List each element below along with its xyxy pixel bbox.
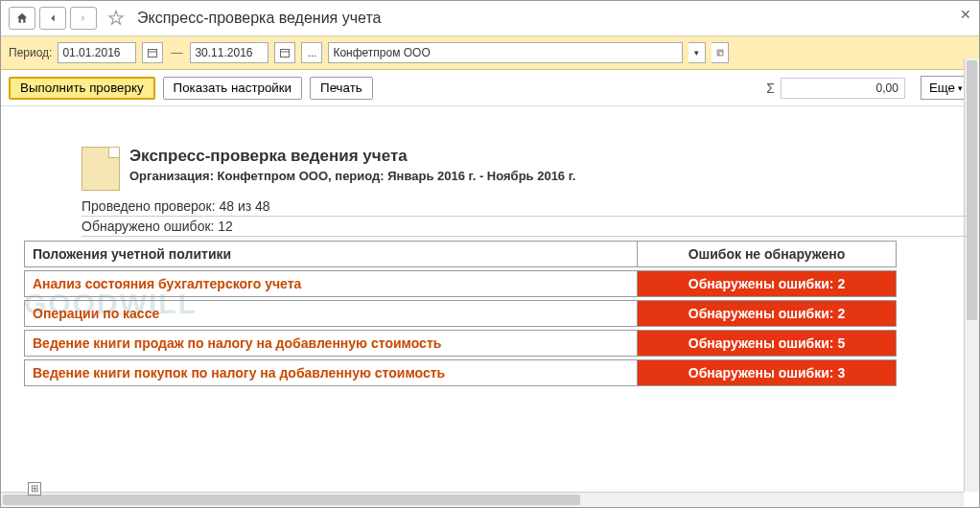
date-dash: — <box>169 46 184 59</box>
col-status: Ошибок не обнаружено <box>638 242 897 267</box>
toolbar: Выполнить проверку Показать настройки Пе… <box>1 70 979 106</box>
more-label: Еще <box>929 81 955 95</box>
expand-column: ⊞ ⊞ ⊞ ⊞ ⊞ ⊞ <box>28 482 975 507</box>
row-category: Ведение книги покупок по налогу на добав… <box>25 360 638 386</box>
run-check-button[interactable]: Выполнить проверку <box>9 77 155 100</box>
organization-dropdown-button[interactable]: ▾ <box>688 42 706 63</box>
home-button[interactable] <box>9 7 35 30</box>
svg-rect-0 <box>149 50 157 58</box>
table-row[interactable]: Ведение книги покупок по налогу на добав… <box>25 360 897 386</box>
period-label: Период: <box>9 46 52 59</box>
report-stats: Проведено проверок: 48 из 48 Обнаружено … <box>24 196 971 237</box>
period-select-button[interactable]: ... <box>301 42 322 63</box>
row-status: Обнаружены ошибки: 5 <box>638 331 897 357</box>
date-from-value: 01.01.2016 <box>62 46 120 59</box>
row-category: Анализ состояния бухгалтерского учета <box>25 271 638 297</box>
back-button[interactable] <box>39 7 66 30</box>
sum-box: Σ 0,00 <box>766 78 905 99</box>
sigma-icon: Σ <box>766 81 775 96</box>
report-content: GOODWILL Экспресс-проверка ведения учета… <box>1 106 979 507</box>
date-from-picker-button[interactable] <box>142 42 163 63</box>
calendar-icon <box>279 47 291 58</box>
errors-count-line: Обнаружено ошибок: 12 <box>82 217 971 237</box>
date-to-picker-button[interactable] <box>274 42 295 63</box>
sum-value: 0,00 <box>876 81 898 95</box>
report-header: Экспресс-проверка ведения учета Организа… <box>24 147 971 191</box>
table-row[interactable]: Анализ состояния бухгалтерского учета Об… <box>25 271 897 297</box>
row-category: Ведение книги продаж по налогу на добавл… <box>25 331 638 357</box>
run-check-label: Выполнить проверку <box>20 81 144 95</box>
report-subtitle: Организация: Конфетпром ООО, период: Янв… <box>129 169 575 183</box>
window-title: Экспресс-проверка ведения учета <box>137 10 381 27</box>
forward-button[interactable] <box>70 7 97 30</box>
vertical-scrollbar[interactable] <box>964 58 979 492</box>
table-header-row: Положения учетной политики Ошибок не обн… <box>25 242 897 267</box>
svg-rect-2 <box>281 50 290 58</box>
row-category: Операции по кассе <box>25 301 638 327</box>
print-button[interactable]: Печать <box>310 77 373 100</box>
report-title: Экспресс-проверка ведения учета <box>129 147 575 166</box>
close-button[interactable]: ✕ <box>960 7 971 22</box>
report-icon <box>82 147 120 191</box>
open-icon <box>715 48 725 58</box>
col-category: Положения учетной политики <box>25 242 638 267</box>
row-status: Обнаружены ошибки: 2 <box>638 271 897 297</box>
chevron-down-icon: ▾ <box>958 83 963 93</box>
row-status: Обнаружены ошибки: 2 <box>638 301 897 327</box>
calendar-icon <box>147 47 158 58</box>
show-settings-label: Показать настройки <box>174 81 292 95</box>
home-icon <box>15 12 29 25</box>
checks-count-line: Проведено проверок: 48 из 48 <box>82 196 971 217</box>
expand-button[interactable]: ⊞ <box>28 482 41 496</box>
date-from-field[interactable]: 01.01.2016 <box>58 42 136 63</box>
show-settings-button[interactable]: Показать настройки <box>163 77 302 100</box>
star-icon <box>107 10 125 27</box>
arrow-right-icon <box>77 12 90 25</box>
date-to-field[interactable]: 30.11.2016 <box>190 42 268 63</box>
date-to-value: 30.11.2016 <box>195 46 252 59</box>
favorite-button[interactable] <box>105 7 128 30</box>
organization-field[interactable]: Конфетпром ООО <box>328 42 683 63</box>
organization-value: Конфетпром ООО <box>333 46 430 59</box>
print-label: Печать <box>320 81 362 95</box>
parameter-bar: Период: 01.01.2016 — 30.11.2016 ... Конф… <box>1 36 979 70</box>
ellipsis-label: ... <box>308 47 316 58</box>
table-row[interactable]: Ведение книги продаж по налогу на добавл… <box>25 331 897 357</box>
arrow-left-icon <box>46 12 59 25</box>
sum-field[interactable]: 0,00 <box>781 78 905 99</box>
organization-open-button[interactable] <box>712 42 729 63</box>
row-status: Обнаружены ошибки: 3 <box>638 360 897 386</box>
titlebar: Экспресс-проверка ведения учета ✕ <box>1 1 979 36</box>
table-row[interactable]: Операции по кассе Обнаружены ошибки: 2 <box>25 301 897 327</box>
results-table: Положения учетной политики Ошибок не обн… <box>24 241 897 386</box>
